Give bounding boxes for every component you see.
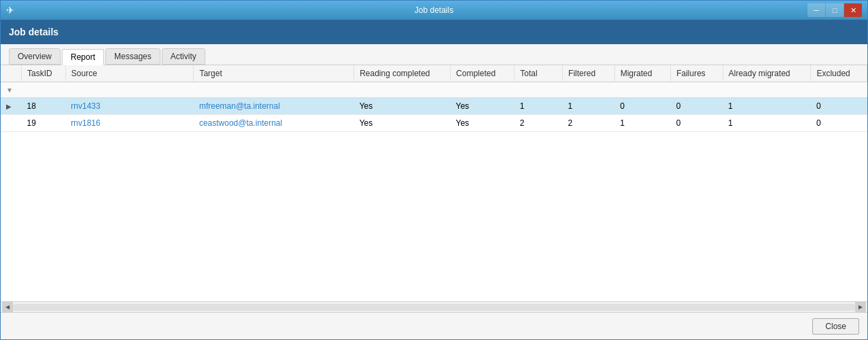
filter-icon-cell: ▼ bbox=[1, 82, 22, 98]
expand-icon[interactable]: ▶ bbox=[6, 103, 12, 110]
col-header-source[interactable]: Source bbox=[65, 65, 194, 82]
target-cell-link[interactable]: ceastwood@ta.internal bbox=[199, 118, 282, 128]
col-header-filtered[interactable]: Filtered bbox=[563, 65, 615, 82]
reading-completed-cell: Yes bbox=[354, 98, 451, 115]
main-window: ✈ Job details ─ □ ✕ Job details Overview… bbox=[0, 0, 868, 340]
failures-cell: 0 bbox=[671, 98, 723, 115]
source-cell: rnv1433 bbox=[65, 98, 194, 115]
report-table: TaskID Source Target Reading completed C… bbox=[1, 65, 867, 132]
title-bar-left: ✈ bbox=[6, 5, 14, 16]
filtered-cell: 1 bbox=[563, 98, 615, 115]
col-header-completed[interactable]: Completed bbox=[451, 65, 515, 82]
source-cell: rnv1816 bbox=[65, 115, 194, 132]
tabs-bar: Overview Report Messages Activity bbox=[1, 44, 867, 65]
table-area: TaskID Source Target Reading completed C… bbox=[1, 65, 867, 301]
total-cell: 2 bbox=[515, 115, 563, 132]
already-migrated-cell: 1 bbox=[723, 115, 811, 132]
target-cell: mfreeman@ta.internal bbox=[194, 98, 354, 115]
col-header-excluded[interactable]: Excluded bbox=[811, 65, 867, 82]
expand-cell: ▶ bbox=[1, 98, 22, 115]
scrollbar-track[interactable] bbox=[13, 304, 855, 311]
col-header-expand bbox=[1, 65, 22, 82]
col-header-taskid[interactable]: TaskID bbox=[22, 65, 66, 82]
filter-icon: ▼ bbox=[6, 86, 13, 94]
target-cell: ceastwood@ta.internal bbox=[194, 115, 354, 132]
excluded-cell: 0 bbox=[811, 115, 867, 132]
horizontal-scrollbar[interactable]: ◀ ▶ bbox=[1, 301, 867, 312]
already-migrated-cell: 1 bbox=[723, 98, 811, 115]
footer-bar: Close bbox=[1, 312, 867, 339]
excluded-cell: 0 bbox=[811, 98, 867, 115]
title-bar: ✈ Job details ─ □ ✕ bbox=[1, 1, 867, 20]
total-cell: 1 bbox=[515, 98, 563, 115]
migrated-cell: 0 bbox=[614, 98, 671, 115]
failures-cell: 0 bbox=[671, 115, 723, 132]
taskid-cell: 19 bbox=[22, 115, 66, 132]
window-close-button[interactable]: ✕ bbox=[844, 3, 862, 17]
col-header-already-migrated[interactable]: Already migrated bbox=[723, 65, 811, 82]
taskid-cell: 18 bbox=[22, 98, 66, 115]
window-controls: ─ □ ✕ bbox=[808, 3, 862, 17]
expand-cell bbox=[1, 115, 22, 132]
completed-cell: Yes bbox=[451, 98, 515, 115]
table-header-row: TaskID Source Target Reading completed C… bbox=[1, 65, 867, 82]
tab-messages[interactable]: Messages bbox=[105, 48, 160, 65]
window-title: Job details bbox=[415, 5, 453, 15]
col-header-total[interactable]: Total bbox=[515, 65, 563, 82]
source-cell-link[interactable]: rnv1433 bbox=[71, 101, 100, 111]
page-title: Job details bbox=[9, 27, 58, 37]
filtered-cell: 2 bbox=[563, 115, 615, 132]
col-header-migrated[interactable]: Migrated bbox=[614, 65, 671, 82]
table-row[interactable]: ▶18rnv1433mfreeman@ta.internalYesYes1100… bbox=[1, 98, 867, 115]
close-button[interactable]: Close bbox=[812, 318, 859, 335]
target-cell-link[interactable]: mfreeman@ta.internal bbox=[199, 101, 280, 111]
tab-activity[interactable]: Activity bbox=[162, 48, 205, 65]
minimize-button[interactable]: ─ bbox=[808, 3, 825, 17]
reading-completed-cell: Yes bbox=[354, 115, 451, 132]
app-icon: ✈ bbox=[6, 5, 14, 16]
completed-cell: Yes bbox=[451, 115, 515, 132]
table-body: ▶18rnv1433mfreeman@ta.internalYesYes1100… bbox=[1, 98, 867, 132]
tab-report[interactable]: Report bbox=[62, 49, 104, 65]
scroll-left-button[interactable]: ◀ bbox=[2, 302, 13, 313]
col-header-target[interactable]: Target bbox=[194, 65, 354, 82]
table-row[interactable]: 19rnv1816ceastwood@ta.internalYesYes2210… bbox=[1, 115, 867, 132]
scroll-right-button[interactable]: ▶ bbox=[855, 302, 866, 313]
col-header-reading-completed[interactable]: Reading completed bbox=[354, 65, 451, 82]
maximize-button[interactable]: □ bbox=[826, 3, 844, 17]
migrated-cell: 1 bbox=[614, 115, 671, 132]
content-area: Overview Report Messages Activity TaskID… bbox=[1, 44, 867, 312]
header-bar: Job details bbox=[1, 20, 867, 44]
source-cell-link[interactable]: rnv1816 bbox=[71, 118, 100, 128]
col-header-failures[interactable]: Failures bbox=[671, 65, 723, 82]
filter-row: ▼ bbox=[1, 82, 867, 98]
tab-overview[interactable]: Overview bbox=[9, 48, 60, 65]
